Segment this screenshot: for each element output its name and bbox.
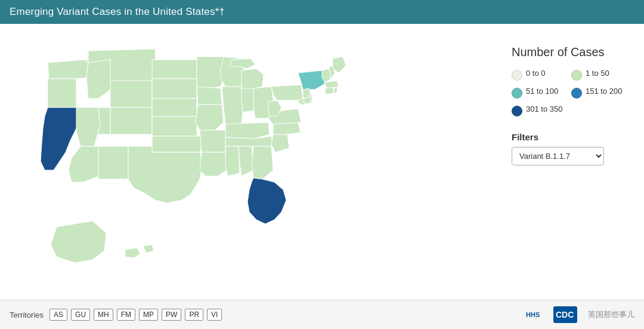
filters-title: Filters	[512, 132, 627, 142]
watermark-text: 英国那些事儿	[588, 309, 634, 320]
map-area	[0, 24, 501, 300]
legend-label-zero: 0 to 0	[526, 69, 546, 79]
svg-text:HHS: HHS	[526, 311, 540, 318]
legend-swatch-teal	[512, 88, 522, 99]
territories-section: Territories AS GU MH FM MP PW PR VI	[10, 309, 222, 321]
content-area: Number of Cases 0 to 0 1 to 50 51 to 100	[0, 24, 644, 300]
legend-item-medium: 151 to 200	[571, 87, 627, 99]
territory-GU[interactable]: GU	[71, 309, 90, 321]
page-header: Emerging Variant Cases in the United Sta…	[0, 0, 644, 24]
territory-PW[interactable]: PW	[162, 309, 181, 321]
hhs-icon: HHS	[526, 305, 551, 324]
legend-item-light: 1 to 50	[571, 69, 627, 81]
territory-MP[interactable]: MP	[139, 309, 158, 321]
territory-MH[interactable]: MH	[94, 309, 113, 321]
legend-panel: Number of Cases 0 to 0 1 to 50 51 to 100	[501, 36, 638, 300]
footer-bar: Territories AS GU MH FM MP PW PR VI HHS …	[0, 300, 644, 329]
legend-label-light: 1 to 50	[586, 69, 609, 79]
page-title: Emerging Variant Cases in the United Sta…	[10, 6, 225, 17]
usa-map	[6, 30, 411, 281]
footer-right: HHS CDC 英国那些事儿	[526, 305, 634, 324]
legend-label-dark: 301 to 350	[526, 104, 562, 115]
svg-text:CDC: CDC	[556, 310, 574, 319]
cdc-logo-svg: CDC	[553, 305, 578, 324]
legend-swatch-light	[571, 70, 582, 81]
territory-AS[interactable]: AS	[49, 309, 67, 321]
cdc-logo: HHS CDC	[526, 305, 578, 324]
legend-items: 0 to 0 1 to 50 51 to 100 151 to 200	[512, 69, 627, 116]
territory-PR[interactable]: PR	[185, 309, 203, 321]
legend-item-teal: 51 to 100	[512, 87, 568, 99]
legend-item-zero: 0 to 0	[512, 69, 568, 81]
filters-section: Filters Variant B.1.1.7 Variant B.1.351 …	[512, 132, 627, 165]
territories-label: Territories	[10, 310, 44, 319]
variant-filter-select[interactable]: Variant B.1.1.7 Variant B.1.351 Variant …	[512, 147, 604, 165]
legend-label-medium: 151 to 200	[586, 87, 622, 97]
main-container: Emerging Variant Cases in the United Sta…	[0, 0, 644, 329]
territory-FM[interactable]: FM	[117, 309, 135, 321]
legend-label-teal: 51 to 100	[526, 87, 558, 97]
territory-VI[interactable]: VI	[207, 309, 222, 321]
legend-title: Number of Cases	[512, 45, 627, 59]
legend-swatch-medium	[571, 88, 582, 99]
legend-swatch-dark	[512, 106, 522, 116]
legend-swatch-zero	[512, 70, 522, 81]
legend-item-dark: 301 to 350	[512, 104, 568, 116]
